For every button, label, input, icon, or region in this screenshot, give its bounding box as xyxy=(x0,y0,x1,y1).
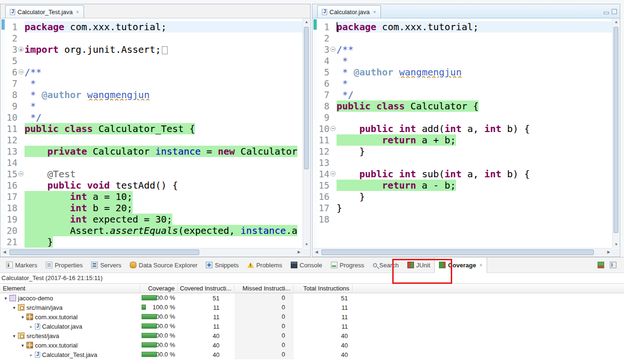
line-number[interactable]: 5 xyxy=(317,66,330,78)
code-line[interactable]: 9 xyxy=(317,112,612,123)
line-number[interactable]: 19 xyxy=(5,214,18,225)
line-number[interactable]: 12 xyxy=(5,134,18,146)
tree-expanded-icon[interactable]: ▾ xyxy=(2,296,9,301)
code-line[interactable]: 20 Assert.assertEquals(expected, instanc… xyxy=(5,225,303,236)
tree-collapsed-icon[interactable]: ▸ xyxy=(27,352,35,357)
scrollbar-thumb[interactable] xyxy=(614,27,618,233)
column-header-covered-instructions[interactable]: Covered Instructi... xyxy=(178,284,235,293)
scroll-left-icon[interactable]: ◀ xyxy=(313,248,320,256)
close-icon[interactable]: × xyxy=(76,9,79,15)
coverage-tree-table[interactable]: ▾jacoco-demo100.0 %51051▾src/main/java10… xyxy=(0,293,624,359)
scrollbar-thumb[interactable] xyxy=(9,249,199,255)
line-number[interactable]: 5 xyxy=(5,55,18,66)
code-editor-calculator[interactable]: 1package com.xxx.tutorial;23−/**4 * 5 * … xyxy=(317,18,612,248)
horizontal-scrollbar[interactable]: ◀ ▶ xyxy=(1,248,303,256)
code-line[interactable]: 16 public void testAdd() { xyxy=(5,180,303,191)
code-line[interactable]: 11public class Calculator_Test { xyxy=(5,123,303,134)
code-line[interactable]: 13 xyxy=(317,157,612,168)
fold-collapse-icon[interactable]: − xyxy=(18,69,24,74)
line-number[interactable]: 2 xyxy=(5,33,18,44)
scroll-down-icon[interactable]: ▼ xyxy=(303,241,310,248)
line-number[interactable]: 3 xyxy=(5,44,18,55)
line-number[interactable]: 15 xyxy=(5,168,18,180)
line-number[interactable]: 15 xyxy=(317,180,330,191)
code-line[interactable]: 8public class Calculator { xyxy=(317,100,612,112)
line-number[interactable]: 10 xyxy=(317,123,330,134)
view-tab-markers[interactable]: Markers xyxy=(2,257,42,273)
code-line[interactable]: 2 xyxy=(5,33,303,44)
line-number[interactable]: 4 xyxy=(317,55,330,66)
code-line[interactable]: 12 } xyxy=(317,146,612,157)
line-number[interactable]: 9 xyxy=(317,112,330,123)
line-number[interactable]: 14 xyxy=(317,168,330,180)
tree-collapsed-icon[interactable]: ▸ xyxy=(27,324,35,329)
line-number[interactable]: 11 xyxy=(5,123,18,134)
line-number[interactable]: 16 xyxy=(5,180,18,191)
fold-collapse-icon[interactable]: − xyxy=(330,126,336,131)
coverage-row-calculator-java[interactable]: ▸Calculator.java100.0 %11011 xyxy=(0,322,624,331)
tree-expanded-icon[interactable]: ▾ xyxy=(10,333,18,339)
code-line[interactable]: 5 * @author wangmengjun xyxy=(317,66,612,78)
dump-execution-data-icon[interactable] xyxy=(598,262,604,268)
line-number[interactable]: 6 xyxy=(317,78,330,89)
coverage-row-calculator-test-java[interactable]: ▸Calculator_Test.java100.0 %40040 xyxy=(0,350,624,359)
fold-expand-icon[interactable]: + xyxy=(18,47,24,52)
column-header-missed-instructions[interactable]: Missed Instructi... xyxy=(235,284,294,293)
line-number[interactable]: 13 xyxy=(317,157,330,168)
code-line[interactable]: 6−/** xyxy=(5,66,303,78)
fold-collapse-icon[interactable]: − xyxy=(330,171,336,176)
tree-expanded-icon[interactable]: ▾ xyxy=(10,305,18,310)
column-header-element[interactable]: Element xyxy=(0,284,140,293)
line-number[interactable]: 6 xyxy=(5,66,18,78)
code-line[interactable]: 10− public int add(int a, int b) { xyxy=(317,123,612,134)
column-header-total-instructions[interactable]: Total Instructions xyxy=(294,284,353,293)
view-tab-servers[interactable]: Servers xyxy=(87,257,126,273)
code-editor-calculator-test[interactable]: 1package com.xxx.tutorial;23+import org.… xyxy=(5,18,303,248)
vertical-scrollbar[interactable]: ▲ ▼ xyxy=(612,18,619,248)
code-line[interactable]: 2 xyxy=(317,33,612,44)
vertical-scrollbar[interactable]: ▲ ▼ xyxy=(303,18,310,248)
view-tab-properties[interactable]: Properties xyxy=(42,257,87,273)
code-line[interactable]: 5 xyxy=(5,55,303,66)
line-number[interactable]: 2 xyxy=(317,33,330,44)
column-header-coverage[interactable]: Coverage xyxy=(140,284,178,293)
line-number[interactable]: 8 xyxy=(317,100,330,112)
view-tab-console[interactable]: Console xyxy=(287,257,327,273)
line-number[interactable]: 14 xyxy=(5,157,18,168)
horizontal-scrollbar[interactable]: ◀ ▶ xyxy=(313,248,612,256)
code-line[interactable]: 3−/** xyxy=(317,44,612,55)
scroll-right-icon[interactable]: ▶ xyxy=(605,248,612,256)
code-line[interactable]: 18 int b = 20; xyxy=(5,202,303,214)
scroll-right-icon[interactable]: ▶ xyxy=(295,248,303,256)
line-number[interactable]: 21 xyxy=(5,236,18,248)
code-line[interactable]: 8 * @author wangmengjun xyxy=(5,89,303,100)
line-number[interactable]: 17 xyxy=(5,191,18,202)
close-icon[interactable]: × xyxy=(373,9,376,15)
code-line[interactable]: 13 private Calculator instance = new Cal… xyxy=(5,146,303,157)
line-number[interactable]: 8 xyxy=(5,89,18,100)
scrollbar-thumb[interactable] xyxy=(321,249,594,255)
view-tab-problems[interactable]: Problems xyxy=(243,257,287,273)
line-number[interactable]: 12 xyxy=(317,146,330,157)
code-line[interactable]: 11 return a + b; xyxy=(317,134,612,146)
code-line[interactable]: 14− public int sub(int a, int b) { xyxy=(317,168,612,180)
code-line[interactable]: 16 } xyxy=(317,191,612,202)
view-tab-snippets[interactable]: Snippets xyxy=(202,257,243,273)
line-number[interactable]: 9 xyxy=(5,100,18,112)
scroll-down-icon[interactable]: ▼ xyxy=(613,241,620,248)
tree-expanded-icon[interactable]: ▾ xyxy=(19,314,26,320)
coverage-row-src-test-java[interactable]: ▾src/test/java100.0 %40040 xyxy=(0,331,624,340)
coverage-row-src-main-java[interactable]: ▾src/main/java100.0 %11011 xyxy=(0,303,624,312)
code-line[interactable]: 17 int a = 10; xyxy=(5,191,303,202)
code-line[interactable]: 15 return a - b; xyxy=(317,180,612,191)
line-number[interactable]: 1 xyxy=(317,21,330,33)
maximize-icon[interactable] xyxy=(612,9,617,14)
line-number[interactable]: 11 xyxy=(317,134,330,146)
close-icon[interactable]: × xyxy=(480,262,482,268)
line-number[interactable]: 3 xyxy=(317,44,330,55)
code-line[interactable]: 10 */ xyxy=(5,112,303,123)
code-line[interactable]: 7 * xyxy=(5,78,303,89)
code-line[interactable]: 14 xyxy=(5,157,303,168)
code-line[interactable]: 19 int expected = 30; xyxy=(5,214,303,225)
code-line[interactable]: 21 } xyxy=(5,236,303,248)
